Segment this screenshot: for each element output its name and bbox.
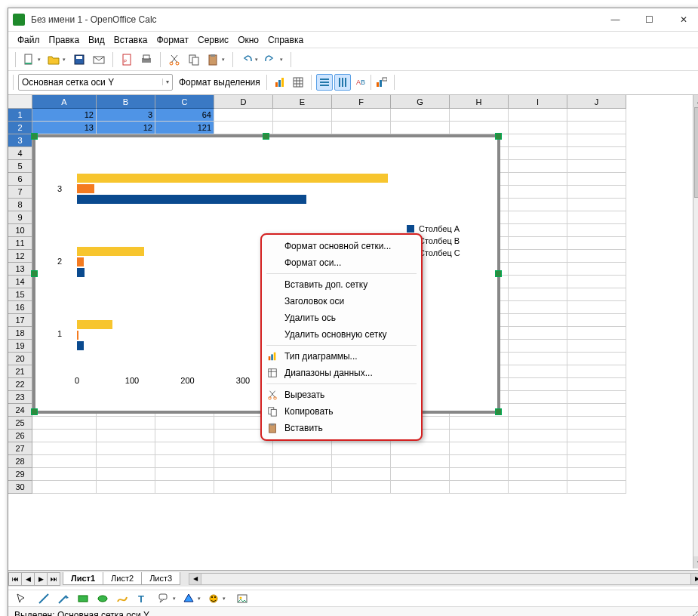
cell[interactable] xyxy=(509,442,567,455)
cell[interactable] xyxy=(567,199,626,211)
cell[interactable] xyxy=(273,468,332,481)
sheet-tab-3[interactable]: Лист3 xyxy=(141,572,180,585)
cell[interactable] xyxy=(567,211,626,224)
cell[interactable] xyxy=(567,160,626,173)
row-header[interactable]: 5 xyxy=(8,160,32,173)
menu-cut[interactable]: Вырезать xyxy=(262,387,421,403)
cell[interactable]: 13 xyxy=(32,122,97,134)
vgrid-major-button[interactable] xyxy=(334,74,351,91)
cell[interactable] xyxy=(567,417,626,430)
cell[interactable] xyxy=(450,430,509,442)
cell[interactable] xyxy=(391,122,450,134)
cell[interactable] xyxy=(567,455,626,468)
row-header[interactable]: 16 xyxy=(8,301,32,314)
cell[interactable] xyxy=(97,442,155,455)
cell[interactable] xyxy=(273,442,332,455)
save-button[interactable] xyxy=(71,51,88,68)
resize-handle[interactable] xyxy=(495,408,502,415)
chart-object[interactable]: 1 2 3 0 100 200 300 400 500 600 Столбец … xyxy=(32,134,500,414)
cell[interactable] xyxy=(391,455,450,468)
sheet-tab-1[interactable]: Лист1 xyxy=(63,572,103,585)
line-tool-button[interactable] xyxy=(35,590,52,607)
cell[interactable]: 12 xyxy=(32,109,97,122)
vertical-scrollbar[interactable]: ▲ ▼ xyxy=(693,95,698,568)
rect-tool-button[interactable] xyxy=(75,590,91,607)
text-tool-button[interactable]: T xyxy=(134,590,150,607)
cell[interactable] xyxy=(332,468,391,481)
row-header[interactable]: 9 xyxy=(8,211,32,224)
col-header-A[interactable]: A xyxy=(32,95,97,109)
cell[interactable]: 121 xyxy=(155,122,214,134)
cell[interactable] xyxy=(509,134,567,147)
sheet-tab-2[interactable]: Лист2 xyxy=(103,572,142,585)
cell[interactable] xyxy=(567,301,626,314)
menu-format-major-grid[interactable]: Формат основной сетки... xyxy=(262,238,421,254)
cell[interactable] xyxy=(391,468,450,481)
row-header[interactable]: 15 xyxy=(8,288,32,301)
col-header-F[interactable]: F xyxy=(332,95,391,109)
menu-edit[interactable]: Правка xyxy=(45,33,85,47)
row-header[interactable]: 4 xyxy=(8,147,32,160)
cell[interactable] xyxy=(273,109,332,122)
col-header-J[interactable]: J xyxy=(567,95,626,109)
cell[interactable] xyxy=(567,481,626,494)
menu-axis-title[interactable]: Заголовок оси xyxy=(262,293,421,310)
cell[interactable] xyxy=(567,173,626,186)
cell[interactable] xyxy=(214,442,273,455)
cell[interactable] xyxy=(509,353,567,365)
cell[interactable] xyxy=(450,455,509,468)
ellipse-tool-button[interactable] xyxy=(94,590,111,607)
cell[interactable] xyxy=(509,378,567,391)
cell[interactable] xyxy=(567,263,626,276)
chart-bar[interactable] xyxy=(77,247,144,256)
cell[interactable] xyxy=(332,122,391,134)
cell[interactable] xyxy=(509,211,567,224)
tab-nav-next[interactable]: ▶ xyxy=(34,572,48,586)
col-header-I[interactable]: I xyxy=(509,95,567,109)
col-header-G[interactable]: G xyxy=(391,95,450,109)
menu-insert-minor-grid[interactable]: Вставить доп. сетку xyxy=(262,276,421,293)
cell[interactable] xyxy=(273,481,332,494)
col-header-B[interactable]: B xyxy=(97,95,155,109)
close-button[interactable]: ✕ xyxy=(666,9,698,30)
cell[interactable] xyxy=(332,455,391,468)
row-header[interactable]: 8 xyxy=(8,199,32,211)
row-header[interactable]: 11 xyxy=(8,237,32,250)
cell[interactable] xyxy=(97,417,155,430)
cell[interactable] xyxy=(332,109,391,122)
cell[interactable] xyxy=(567,109,626,122)
cell[interactable] xyxy=(567,353,626,365)
insert-image-button[interactable] xyxy=(234,590,251,607)
chart-bar[interactable] xyxy=(77,184,94,193)
undo-button[interactable]: ▾ xyxy=(238,51,260,68)
row-header[interactable]: 10 xyxy=(8,224,32,237)
row-header[interactable]: 30 xyxy=(8,481,32,494)
row-header[interactable]: 1 xyxy=(8,109,32,122)
row-header[interactable]: 18 xyxy=(8,327,32,340)
col-header-E[interactable]: E xyxy=(273,95,332,109)
cell[interactable] xyxy=(509,391,567,404)
chart-bar[interactable] xyxy=(77,195,306,204)
chart-bar[interactable] xyxy=(77,174,388,183)
cell[interactable] xyxy=(391,109,450,122)
select-all-corner[interactable] xyxy=(8,95,32,109)
cell[interactable] xyxy=(509,199,567,211)
format-selection-button[interactable]: Формат выделения xyxy=(177,77,262,88)
row-header[interactable]: 3 xyxy=(8,134,32,147)
cell[interactable] xyxy=(214,455,273,468)
print-button[interactable] xyxy=(138,51,155,68)
cell[interactable] xyxy=(509,250,567,263)
cell[interactable] xyxy=(509,122,567,134)
cell[interactable] xyxy=(567,340,626,353)
col-header-C[interactable]: C xyxy=(155,95,214,109)
cell[interactable] xyxy=(273,455,332,468)
name-box[interactable]: Основная сетка оси Y ▾ xyxy=(18,74,173,91)
tab-nav-first[interactable]: ⏮ xyxy=(8,572,22,586)
menu-paste[interactable]: Вставить xyxy=(262,420,421,436)
cell[interactable] xyxy=(509,327,567,340)
hgrid-major-button[interactable] xyxy=(316,74,333,91)
cell[interactable] xyxy=(567,288,626,301)
cell[interactable] xyxy=(450,481,509,494)
cell[interactable] xyxy=(509,186,567,199)
menu-copy[interactable]: Копировать xyxy=(262,403,421,420)
